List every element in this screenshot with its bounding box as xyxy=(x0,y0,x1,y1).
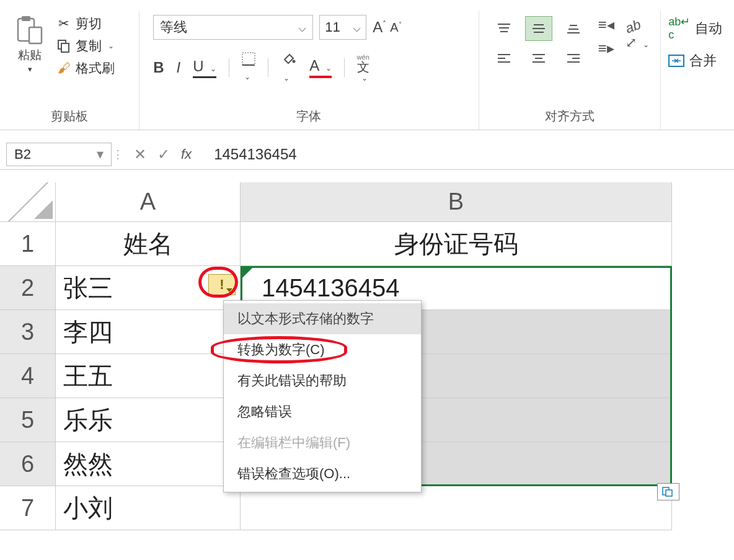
column-header-A[interactable]: A xyxy=(56,182,241,222)
chevron-down-icon[interactable]: ▾ xyxy=(28,64,32,74)
chevron-down-icon: ⌵ xyxy=(353,19,361,35)
enter-icon[interactable]: ✓ xyxy=(157,146,170,163)
font-size-select[interactable]: 11 ⌵ xyxy=(319,15,366,40)
cut-button[interactable]: ✂ 剪切 xyxy=(56,15,115,32)
cell-B1[interactable]: 身份证号码 xyxy=(241,222,672,266)
align-right-button[interactable] xyxy=(560,46,587,71)
chevron-down-icon[interactable]: ⌄ xyxy=(108,42,114,50)
row-header-7[interactable]: 7 xyxy=(0,486,56,530)
cell-A1[interactable]: 姓名 xyxy=(56,222,241,266)
chevron-down-icon[interactable]: ⌄ xyxy=(325,64,332,73)
brush-icon: 🖌 xyxy=(56,61,72,75)
font-name-value: 等线 xyxy=(160,18,187,37)
bold-button[interactable]: B xyxy=(153,59,164,76)
copy-label: 复制 xyxy=(76,37,102,55)
error-context-menu: 以文本形式存储的数字 转换为数字(C) 有关此错误的帮助 忽略错误 在编辑栏中编… xyxy=(223,300,422,492)
svg-rect-2 xyxy=(29,27,42,43)
italic-button[interactable]: I xyxy=(177,59,181,76)
font-group-label: 字体 xyxy=(147,104,471,130)
paste-label: 粘贴 xyxy=(18,47,42,63)
phonetic-button[interactable]: wén 文 ⌄ xyxy=(357,54,369,82)
chevron-down-icon: ⌵ xyxy=(298,19,306,35)
formula-input[interactable]: 1454136454 xyxy=(201,146,728,163)
select-all-corner[interactable] xyxy=(0,182,56,222)
increase-indent-button[interactable]: ≡▸ xyxy=(598,40,614,57)
paste-button[interactable]: 粘贴 ▾ xyxy=(7,11,52,74)
align-bottom-button[interactable] xyxy=(560,16,587,41)
scissors-icon: ✂ xyxy=(56,17,72,30)
decrease-indent-button[interactable]: ≡◂ xyxy=(598,16,614,33)
align-center-button[interactable] xyxy=(525,46,552,71)
format-painter-button[interactable]: 🖌 格式刷 xyxy=(56,60,115,77)
fx-button[interactable]: fx xyxy=(181,146,192,162)
underline-button[interactable]: U ⌄ xyxy=(193,58,216,78)
font-name-select[interactable]: 等线 ⌵ xyxy=(153,15,313,40)
merge-button[interactable]: 合并 xyxy=(668,51,727,70)
increase-font-button[interactable]: A˄ xyxy=(373,19,386,36)
fill-color-button[interactable]: ⌄ xyxy=(281,51,297,84)
orientation-button[interactable]: ab⤢ ⌄ xyxy=(626,16,650,51)
cell-A5[interactable]: 乐乐 xyxy=(56,398,241,442)
svg-rect-5 xyxy=(242,53,255,65)
row-header-2[interactable]: 2 xyxy=(0,266,56,310)
row-header-4[interactable]: 4 xyxy=(0,354,56,398)
format-painter-label: 格式刷 xyxy=(76,60,115,77)
cell-reference: B2 xyxy=(14,146,31,162)
menu-edit-in-bar: 在编辑栏中编辑(F) xyxy=(224,427,421,458)
chevron-down-icon[interactable]: ⌄ xyxy=(361,74,368,82)
menu-header: 以文本形式存储的数字 xyxy=(224,303,421,334)
cell-A6[interactable]: 然然 xyxy=(56,442,241,486)
copy-icon xyxy=(56,39,72,53)
cell-A4[interactable]: 王五 xyxy=(56,354,241,398)
svg-rect-4 xyxy=(61,43,69,52)
alignment-group-label: 对齐方式 xyxy=(487,104,653,130)
chevron-down-icon: ▾ xyxy=(97,146,104,162)
row-header-1[interactable]: 1 xyxy=(0,222,56,266)
cell-A3[interactable]: 李四 xyxy=(56,310,241,354)
align-top-button[interactable] xyxy=(490,16,518,41)
cell-A7[interactable]: 小刘 xyxy=(56,486,241,530)
name-box[interactable]: B2 ▾ xyxy=(6,143,112,166)
font-size-value: 11 xyxy=(325,19,340,35)
copy-button[interactable]: 复制 ⌄ xyxy=(56,37,115,55)
wrap-icon: ab↵c xyxy=(668,15,690,42)
clipboard-icon xyxy=(14,14,46,46)
align-middle-button[interactable] xyxy=(525,16,552,41)
merge-icon xyxy=(668,55,684,67)
clipboard-group: 粘贴 ▾ ✂ 剪切 复制 ⌄ 🖌 格式刷 xyxy=(0,11,139,130)
chevron-down-icon[interactable]: ⌄ xyxy=(244,73,250,81)
font-color-button[interactable]: A ⌄ xyxy=(309,57,331,78)
cut-label: 剪切 xyxy=(76,15,102,32)
svg-rect-1 xyxy=(22,16,30,21)
cancel-icon[interactable]: ✕ xyxy=(134,146,146,163)
menu-convert-to-number[interactable]: 转换为数字(C) xyxy=(224,334,421,365)
chevron-down-icon[interactable]: ⌄ xyxy=(283,74,290,82)
formula-bar: B2 ▾ ⋮ ✕ ✓ fx 1454136454 xyxy=(0,139,734,170)
ribbon: 粘贴 ▾ ✂ 剪切 复制 ⌄ 🖌 格式刷 xyxy=(0,0,734,130)
error-smart-tag[interactable]: ! xyxy=(208,274,236,295)
svg-point-7 xyxy=(293,60,296,63)
cell-B7[interactable] xyxy=(241,486,672,530)
alignment-group: ≡◂ ≡▸ ab⤢ ⌄ 对齐方式 xyxy=(479,11,661,130)
row-header-3[interactable]: 3 xyxy=(0,310,56,354)
font-group: 等线 ⌵ 11 ⌵ A˄ A˅ B I U ⌄ ⌄ xyxy=(139,11,479,130)
menu-error-options[interactable]: 错误检查选项(O)... xyxy=(224,458,421,489)
error-indicator-icon xyxy=(241,266,254,280)
align-left-button[interactable] xyxy=(490,46,518,71)
wrap-group: ab↵c 自动 合并 xyxy=(661,11,734,130)
row-header-6[interactable]: 6 xyxy=(0,442,56,486)
chevron-down-icon[interactable]: ⌄ xyxy=(210,64,216,73)
menu-ignore-error[interactable]: 忽略错误 xyxy=(224,396,421,427)
spreadsheet: A B 1 姓名 身份证号码 2 张三 1454136454 3 李四 4 王五… xyxy=(0,182,734,530)
border-button[interactable]: ⌄ xyxy=(242,52,255,83)
menu-help[interactable]: 有关此错误的帮助 xyxy=(224,365,421,396)
wrap-text-button[interactable]: ab↵c 自动 xyxy=(668,15,727,42)
paste-options-button[interactable] xyxy=(657,483,679,500)
decrease-font-button[interactable]: A˅ xyxy=(390,20,401,35)
row-header-5[interactable]: 5 xyxy=(0,398,56,442)
divider: ⋮ xyxy=(112,148,124,161)
svg-rect-28 xyxy=(666,490,672,496)
column-header-B[interactable]: B xyxy=(241,182,672,222)
clipboard-group-label: 剪贴板 xyxy=(7,104,131,130)
